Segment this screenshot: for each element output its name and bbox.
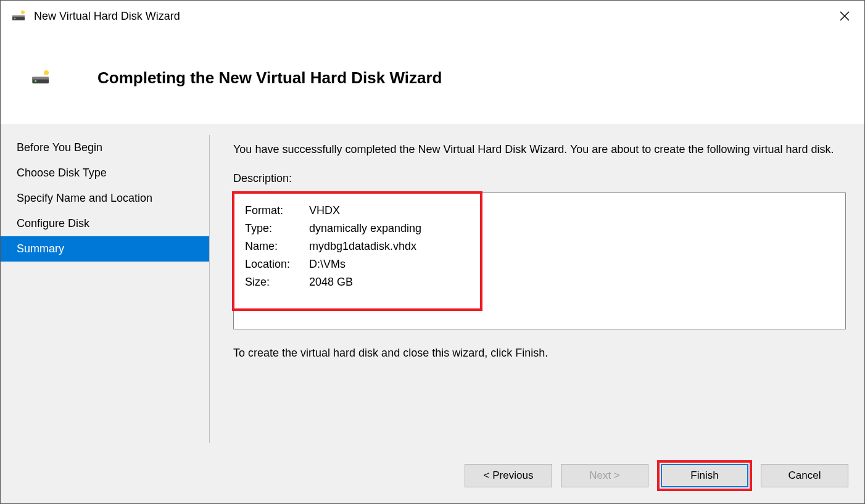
close-icon	[840, 11, 850, 21]
summary-location-value: D:\VMs	[309, 255, 421, 273]
table-row: Type: dynamically expanding	[245, 220, 421, 238]
summary-format-label: Format:	[245, 202, 309, 220]
svg-rect-8	[32, 77, 49, 80]
outro-text: To create the virtual hard disk and clos…	[233, 347, 846, 360]
summary-size-label: Size:	[245, 273, 309, 291]
sidebar-item-specify-name-location[interactable]: Specify Name and Location	[1, 186, 209, 211]
table-row: Size: 2048 GB	[245, 273, 421, 291]
summary-type-label: Type:	[245, 220, 309, 238]
annotation-highlight-finish: Finish	[657, 460, 752, 491]
summary-name-label: Name:	[245, 238, 309, 255]
description-box: Format: VHDX Type: dynamically expanding…	[233, 192, 846, 329]
next-button: Next >	[561, 464, 648, 487]
description-label: Description:	[233, 172, 846, 185]
sidebar-item-before-you-begin[interactable]: Before You Begin	[1, 135, 209, 160]
intro-text: You have successfully completed the New …	[233, 141, 846, 157]
wizard-footer: < Previous Next > Finish Cancel	[1, 448, 864, 503]
summary-format-value: VHDX	[309, 202, 421, 220]
page-title: Completing the New Virtual Hard Disk Wiz…	[97, 68, 442, 88]
disk-wizard-header-icon	[31, 68, 51, 88]
summary-name-value: mydbg1datadisk.vhdx	[309, 238, 421, 255]
finish-button[interactable]: Finish	[661, 464, 748, 487]
cancel-button[interactable]: Cancel	[761, 464, 848, 487]
svg-point-6	[44, 70, 49, 75]
summary-location-label: Location:	[245, 255, 309, 273]
svg-point-0	[21, 10, 25, 14]
table-row: Location: D:\VMs	[245, 255, 421, 273]
svg-point-3	[14, 18, 15, 19]
disk-wizard-icon	[12, 9, 27, 23]
window-title: New Virtual Hard Disk Wizard	[34, 10, 832, 23]
sidebar-item-summary[interactable]: Summary	[1, 236, 209, 262]
close-button[interactable]	[832, 4, 857, 28]
titlebar: New Virtual Hard Disk Wizard	[1, 1, 864, 31]
wizard-header: Completing the New Virtual Hard Disk Wiz…	[1, 31, 864, 124]
summary-size-value: 2048 GB	[309, 273, 421, 291]
wizard-steps-sidebar: Before You Begin Choose Disk Type Specif…	[1, 124, 209, 448]
summary-type-value: dynamically expanding	[309, 220, 421, 238]
wizard-content: You have successfully completed the New …	[210, 124, 864, 448]
svg-point-9	[35, 80, 36, 82]
sidebar-item-configure-disk[interactable]: Configure Disk	[1, 211, 209, 236]
wizard-body: Before You Begin Choose Disk Type Specif…	[1, 124, 864, 448]
sidebar-item-choose-disk-type[interactable]: Choose Disk Type	[1, 160, 209, 186]
summary-table: Format: VHDX Type: dynamically expanding…	[245, 202, 421, 291]
table-row: Name: mydbg1datadisk.vhdx	[245, 238, 421, 255]
table-row: Format: VHDX	[245, 202, 421, 220]
previous-button[interactable]: < Previous	[465, 464, 552, 487]
svg-rect-2	[12, 15, 25, 17]
